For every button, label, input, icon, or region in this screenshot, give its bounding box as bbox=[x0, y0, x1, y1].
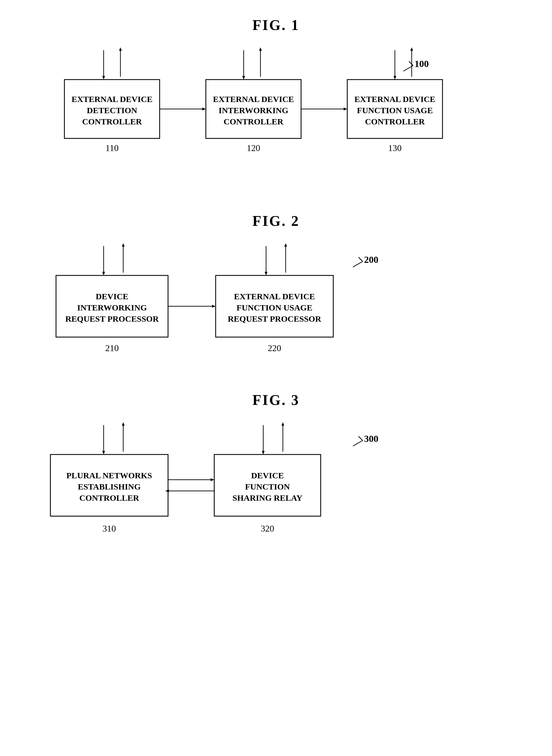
fig3-diagram: 300 PLURAL NETWORKS ESTABLISHING CONTR bbox=[28, 419, 524, 554]
box120-line2: INTERWORKING bbox=[219, 106, 288, 115]
label120: 120 bbox=[247, 143, 260, 153]
svg-marker-16 bbox=[202, 108, 206, 110]
box220-line1: EXTERNAL DEVICE bbox=[234, 292, 315, 301]
fig3-refnum: 300 bbox=[364, 433, 378, 444]
box120-line1: EXTERNAL DEVICE bbox=[213, 95, 294, 104]
svg-marker-30 bbox=[284, 243, 287, 247]
box320-line2: FUNCTION bbox=[245, 482, 290, 491]
svg-marker-42 bbox=[262, 451, 265, 455]
box310-line2: ESTABLISHING bbox=[78, 482, 141, 491]
fig3-title: FIG. 3 bbox=[28, 392, 524, 408]
svg-marker-24 bbox=[102, 272, 105, 275]
svg-line-36 bbox=[359, 436, 363, 440]
label210: 210 bbox=[105, 343, 119, 353]
box130-line1: EXTERNAL DEVICE bbox=[354, 95, 435, 104]
svg-marker-38 bbox=[102, 451, 105, 455]
svg-marker-13 bbox=[410, 47, 413, 51]
svg-marker-33 bbox=[212, 305, 216, 308]
box210-line1: DEVICE bbox=[96, 292, 129, 301]
svg-marker-3 bbox=[102, 76, 105, 80]
svg-marker-19 bbox=[343, 108, 347, 110]
svg-line-22 bbox=[359, 257, 363, 261]
box130-line2: FUNCTION USAGE bbox=[357, 106, 433, 115]
box120-line3: CONTROLLER bbox=[224, 117, 283, 126]
svg-line-21 bbox=[353, 261, 363, 267]
box310-line3: CONTROLLER bbox=[79, 493, 139, 502]
box220-line2: FUNCTION USAGE bbox=[237, 303, 312, 312]
fig3-svg: 300 PLURAL NETWORKS ESTABLISHING CONTR bbox=[28, 419, 524, 559]
box320-line1: DEVICE bbox=[251, 471, 284, 480]
label320: 320 bbox=[261, 523, 274, 533]
box210-line3: REQUEST PROCESSOR bbox=[65, 314, 159, 324]
fig1-refnum: 100 bbox=[414, 58, 429, 69]
figure-2-section: FIG. 2 200 DEVICE bbox=[28, 213, 524, 364]
label110: 110 bbox=[106, 143, 119, 153]
box310-line1: PLURAL NETWORKS bbox=[66, 471, 152, 480]
box110-line3: CONTROLLER bbox=[82, 117, 142, 126]
svg-marker-28 bbox=[265, 272, 267, 275]
fig2-refnum: 200 bbox=[364, 254, 378, 265]
figure-3-section: FIG. 3 300 PLURAL NETWOR bbox=[28, 392, 524, 554]
fig1-title: FIG. 1 bbox=[28, 17, 524, 33]
svg-marker-47 bbox=[211, 478, 214, 481]
svg-marker-44 bbox=[281, 422, 284, 426]
box220-line3: REQUEST PROCESSOR bbox=[228, 314, 321, 324]
svg-line-1 bbox=[409, 61, 413, 66]
svg-marker-5 bbox=[119, 47, 122, 51]
label130: 130 bbox=[388, 143, 402, 153]
box210-line2: INTERWORKING bbox=[77, 303, 147, 312]
fig2-diagram: 200 DEVICE INTERWORKING REQUEST PROCES bbox=[28, 240, 524, 364]
fig1-svg: 100 bbox=[28, 44, 524, 185]
svg-marker-40 bbox=[122, 422, 125, 426]
label220: 220 bbox=[268, 343, 281, 353]
box110-line2: DETECTION bbox=[87, 106, 137, 115]
label310: 310 bbox=[103, 523, 116, 533]
page: FIG. 1 100 bbox=[0, 0, 552, 756]
fig1-diagram: 100 bbox=[28, 44, 524, 185]
fig2-title: FIG. 2 bbox=[28, 213, 524, 229]
box130-line3: CONTROLLER bbox=[365, 117, 425, 126]
figure-1-section: FIG. 1 100 bbox=[28, 17, 524, 185]
fig2-svg: 200 DEVICE INTERWORKING REQUEST PROCES bbox=[28, 240, 524, 367]
svg-line-35 bbox=[353, 440, 363, 446]
svg-marker-9 bbox=[259, 47, 262, 51]
svg-marker-26 bbox=[122, 243, 125, 247]
svg-marker-7 bbox=[242, 76, 245, 80]
svg-marker-11 bbox=[394, 76, 396, 80]
box320-line3: SHARING RELAY bbox=[233, 493, 302, 502]
box110-line1: EXTERNAL DEVICE bbox=[72, 95, 152, 104]
